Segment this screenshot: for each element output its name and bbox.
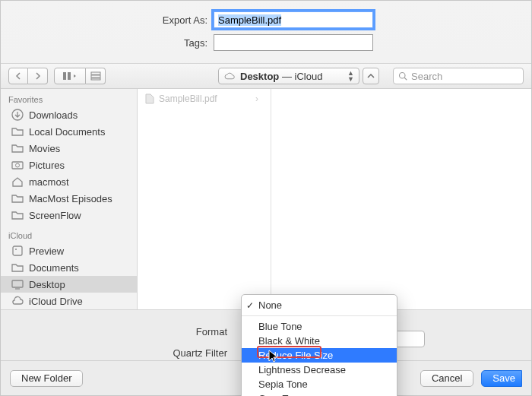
svg-rect-4	[91, 78, 100, 80]
sidebar-item-macmost-episodes[interactable]: MacMost Episodes	[1, 190, 137, 207]
cancel-button[interactable]: Cancel	[420, 370, 473, 387]
sidebar-item-documents[interactable]: Documents	[1, 259, 137, 276]
location-suffix: — iCloud	[279, 71, 322, 82]
sidebar-item-label: Downloads	[29, 109, 78, 121]
header-fields: Export As: Tags:	[1, 1, 531, 63]
sidebar-item-local-documents[interactable]: Local Documents	[1, 123, 137, 140]
export-as-label: Export As:	[1, 14, 214, 26]
sidebar-item-icloud-drive[interactable]: iCloud Drive	[1, 293, 137, 309]
folder-icon	[11, 209, 24, 221]
menu-item-black-white[interactable]: Black & White	[242, 334, 397, 348]
popup-arrows-icon: ▲▼	[347, 70, 354, 82]
format-label: Format	[1, 326, 233, 337]
location-folder: Desktop — iCloud	[240, 71, 322, 82]
sidebar-item-label: Pictures	[29, 160, 65, 171]
sidebar-item-label: Preview	[29, 246, 64, 257]
sidebar-item-movies[interactable]: Movies	[1, 140, 137, 157]
file-column: SampleBill.pdf ›	[138, 89, 271, 309]
browser-toolbar: Desktop — iCloud ▲▼ Search	[1, 63, 531, 89]
file-browser: Favorites DownloadsLocal DocumentsMovies…	[1, 89, 531, 309]
search-field[interactable]: Search	[393, 68, 524, 84]
menu-item-blue-tone[interactable]: Blue Tone	[242, 319, 397, 334]
menu-item-reduce-file-size[interactable]: Reduce File Size	[242, 348, 397, 363]
grouping-button[interactable]	[86, 68, 106, 84]
download-icon	[11, 109, 24, 121]
svg-rect-0	[63, 72, 66, 80]
tags-input[interactable]	[214, 34, 373, 51]
quartz-filter-label: Quartz Filter	[1, 347, 233, 359]
svg-rect-10	[13, 246, 22, 255]
forward-button[interactable]	[28, 68, 48, 84]
new-folder-button[interactable]: New Folder	[10, 370, 83, 387]
svg-point-5	[400, 73, 406, 79]
sidebar-item-label: Local Documents	[29, 126, 105, 138]
export-as-input[interactable]	[214, 11, 373, 28]
cloud-icon	[223, 72, 236, 80]
sidebar-item-label: Documents	[29, 262, 79, 274]
file-item[interactable]: SampleBill.pdf ›	[138, 92, 271, 106]
svg-point-11	[15, 249, 17, 250]
sidebar-item-label: iCloud Drive	[29, 296, 83, 307]
menu-item-none[interactable]: None	[242, 298, 397, 312]
sidebar-item-label: Movies	[29, 143, 60, 154]
preview-column	[271, 89, 531, 309]
nav-buttons	[8, 68, 48, 84]
svg-rect-12	[12, 280, 23, 287]
home-icon	[11, 176, 24, 188]
folder-icon	[11, 142, 24, 154]
svg-point-9	[16, 163, 20, 167]
folder-icon	[11, 192, 24, 204]
sidebar-item-label: MacMost Episodes	[29, 193, 112, 204]
chevron-right-icon	[35, 72, 41, 80]
icloud-heading: iCloud	[1, 228, 137, 242]
columns-icon	[63, 72, 77, 80]
location-popup[interactable]: Desktop — iCloud ▲▼	[218, 68, 359, 84]
svg-rect-8	[12, 162, 23, 169]
svg-rect-1	[68, 72, 71, 80]
desktop-icon	[11, 278, 24, 290]
folder-icon	[11, 261, 24, 274]
search-icon	[398, 71, 407, 81]
save-button[interactable]: Save	[481, 370, 522, 387]
collapse-button[interactable]	[363, 68, 379, 84]
file-name: SampleBill.pdf	[159, 93, 251, 104]
menu-item-gray-tone[interactable]: Gray Tone	[242, 391, 397, 396]
chevron-left-icon	[15, 72, 21, 80]
chevron-right-icon: ›	[255, 93, 263, 104]
search-placeholder: Search	[411, 71, 442, 82]
sidebar-item-pictures[interactable]: Pictures	[1, 157, 137, 173]
sidebar: Favorites DownloadsLocal DocumentsMovies…	[1, 89, 138, 309]
sidebar-item-label: ScreenFlow	[29, 210, 81, 221]
sidebar-item-screenflow[interactable]: ScreenFlow	[1, 207, 137, 223]
menu-item-lightness-decrease[interactable]: Lightness Decrease	[242, 363, 397, 377]
chevron-up-icon	[367, 73, 375, 79]
sidebar-item-macmost[interactable]: macmost	[1, 173, 137, 190]
quartz-filter-menu: NoneBlue ToneBlack & WhiteReduce File Si…	[241, 294, 397, 396]
stack-icon	[90, 71, 101, 81]
cloud-icon	[11, 295, 24, 307]
export-dialog: Export As: Tags:	[0, 0, 532, 396]
sidebar-item-label: macmost	[29, 176, 69, 188]
view-switcher	[54, 68, 106, 84]
back-button[interactable]	[8, 68, 28, 84]
folder-icon	[11, 125, 24, 138]
favorites-heading: Favorites	[1, 92, 137, 106]
location-folder-name: Desktop	[240, 71, 279, 82]
sidebar-item-desktop[interactable]: Desktop	[1, 276, 137, 293]
sidebar-item-label: Desktop	[29, 279, 65, 290]
sidebar-item-preview[interactable]: Preview	[1, 242, 137, 259]
menu-item-sepia-tone[interactable]: Sepia Tone	[242, 377, 397, 391]
document-icon	[145, 93, 154, 104]
sidebar-item-downloads[interactable]: Downloads	[1, 106, 137, 123]
app-icon	[11, 245, 24, 257]
tags-label: Tags:	[1, 37, 214, 49]
svg-rect-2	[91, 72, 100, 74]
menu-divider	[242, 315, 397, 316]
svg-line-6	[404, 78, 407, 80]
view-mode-button[interactable]	[54, 68, 86, 84]
camera-icon	[11, 159, 24, 171]
location-control: Desktop — iCloud ▲▼	[218, 68, 379, 84]
svg-rect-3	[91, 75, 100, 78]
